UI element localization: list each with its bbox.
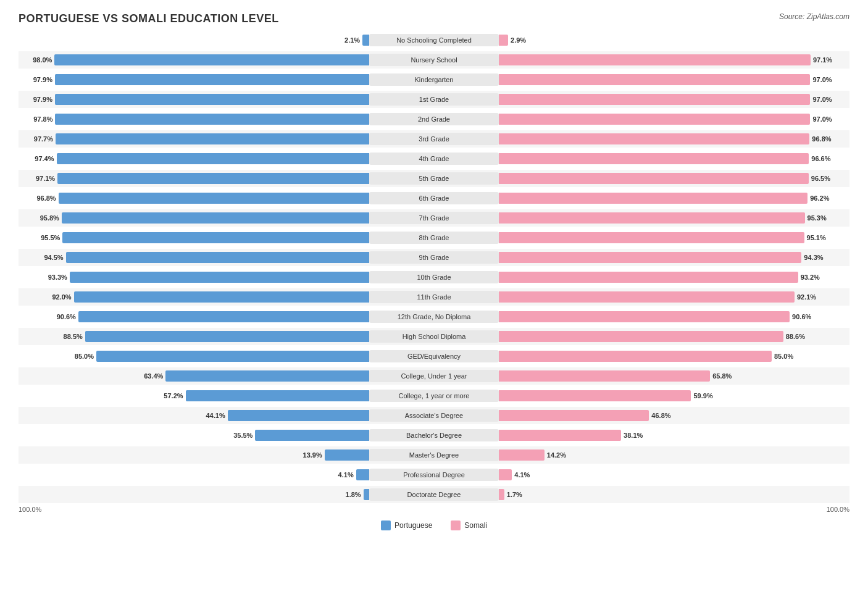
category-label: 9th Grade — [369, 251, 499, 264]
right-bar — [499, 94, 810, 105]
left-bar — [186, 390, 369, 401]
legend-portuguese-box — [381, 520, 391, 530]
right-bar-container: 2.9% — [499, 35, 849, 46]
left-bar — [62, 212, 369, 224]
table-row: 57.2% College, 1 year or more 59.9% — [19, 387, 849, 404]
table-row: 97.8% 2nd Grade 97.0% — [19, 111, 849, 128]
table-row: 85.0% GED/Equivalency 85.0% — [19, 348, 849, 365]
left-bar-container: 13.9% — [19, 449, 369, 461]
table-row: 97.7% 3rd Grade 96.8% — [19, 130, 849, 148]
right-bar — [499, 153, 809, 164]
left-bar-container: 35.5% — [19, 430, 369, 441]
table-row: 4.1% Professional Degree 4.1% — [19, 466, 849, 483]
right-value: 65.8% — [712, 372, 736, 380]
left-value: 93.3% — [44, 274, 67, 281]
left-bar-container: 98.0% — [19, 54, 369, 65]
left-bar — [356, 469, 369, 480]
left-bar — [57, 173, 369, 184]
category-label: 10th Grade — [369, 271, 499, 283]
right-bar — [499, 291, 795, 303]
right-bar — [499, 74, 810, 85]
right-bar — [499, 193, 807, 204]
right-value: 97.0% — [812, 96, 836, 103]
left-bar — [255, 430, 369, 441]
left-value: 97.1% — [31, 175, 55, 182]
right-value: 97.0% — [812, 76, 836, 83]
left-value: 35.5% — [229, 432, 252, 439]
left-bar — [55, 74, 369, 85]
left-bar — [54, 54, 369, 65]
left-bar — [55, 94, 369, 105]
right-bar-container: 95.1% — [499, 232, 849, 243]
category-label: Bachelor's Degree — [369, 429, 499, 441]
category-label: College, 1 year or more — [369, 390, 499, 402]
category-label: Nursery School — [369, 54, 499, 66]
left-value: 94.5% — [40, 254, 64, 261]
legend-portuguese-label: Portuguese — [394, 521, 432, 530]
category-label: Associate's Degree — [369, 409, 499, 422]
right-bar-container: 88.6% — [499, 331, 849, 342]
table-row: 44.1% Associate's Degree 46.8% — [19, 407, 849, 424]
source-label: Source: ZipAtlas.com — [779, 12, 849, 21]
category-label: 11th Grade — [369, 291, 499, 303]
category-label: Doctorate Degree — [369, 488, 499, 501]
right-bar — [499, 390, 691, 401]
right-bar-container: 96.6% — [499, 153, 849, 164]
axis-right: 100.0% — [827, 506, 849, 513]
table-row: 90.6% 12th Grade, No Diploma 90.6% — [19, 308, 849, 325]
left-bar — [59, 193, 369, 204]
left-bar-container: 85.0% — [19, 351, 369, 362]
right-value: 46.8% — [651, 412, 675, 419]
right-bar-container: 65.8% — [499, 370, 849, 382]
right-bar — [499, 272, 798, 283]
left-bar-container: 96.8% — [19, 193, 369, 204]
right-bar-container: 95.3% — [499, 212, 849, 224]
right-bar-container: 97.0% — [499, 94, 849, 105]
legend-portuguese: Portuguese — [381, 520, 432, 530]
right-value: 85.0% — [774, 353, 798, 360]
category-label: College, Under 1 year — [369, 370, 499, 382]
right-bar — [499, 370, 710, 382]
right-bar-container: 4.1% — [499, 469, 849, 480]
right-bar-container: 96.5% — [499, 173, 849, 184]
left-value: 90.6% — [52, 313, 76, 320]
left-bar — [165, 370, 369, 382]
right-value: 1.7% — [507, 491, 530, 498]
left-bar — [56, 133, 369, 144]
left-bar-container: 57.2% — [19, 390, 369, 401]
category-label: 2nd Grade — [369, 113, 499, 125]
left-bar — [325, 449, 369, 461]
right-value: 38.1% — [624, 432, 647, 439]
right-value: 96.2% — [810, 194, 833, 202]
right-bar-container: 96.8% — [499, 133, 849, 144]
left-bar-container: 88.5% — [19, 331, 369, 342]
right-bar — [499, 114, 810, 125]
right-value: 88.6% — [786, 333, 809, 340]
table-row: 95.5% 8th Grade 95.1% — [19, 229, 849, 246]
left-bar — [362, 35, 369, 46]
right-value: 97.1% — [813, 56, 837, 64]
right-value: 96.5% — [811, 175, 835, 182]
right-bar — [499, 430, 621, 441]
axis-labels: 100.0% 100.0% — [19, 506, 849, 513]
right-value: 4.1% — [514, 471, 538, 479]
left-value: 4.1% — [330, 471, 354, 479]
right-bar-container: 92.1% — [499, 291, 849, 303]
left-bar — [78, 311, 369, 322]
chart-area: 2.1% No Schooling Completed 2.9% 98.0% N… — [19, 31, 849, 513]
category-label: 5th Grade — [369, 172, 499, 185]
left-value: 85.0% — [70, 353, 94, 360]
right-bar — [499, 489, 504, 500]
left-bar-container: 92.0% — [19, 291, 369, 303]
left-value: 88.5% — [59, 333, 83, 340]
left-value: 97.8% — [29, 115, 52, 123]
left-value: 95.8% — [36, 214, 59, 222]
left-bar-container: 97.4% — [19, 153, 369, 164]
category-label: No Schooling Completed — [369, 34, 499, 46]
right-bar-container: 97.1% — [499, 54, 849, 65]
right-bar — [499, 252, 801, 263]
legend-somali-label: Somali — [464, 521, 487, 530]
left-value: 63.4% — [140, 372, 163, 380]
left-bar-container: 95.5% — [19, 232, 369, 243]
right-value: 90.6% — [792, 313, 816, 320]
